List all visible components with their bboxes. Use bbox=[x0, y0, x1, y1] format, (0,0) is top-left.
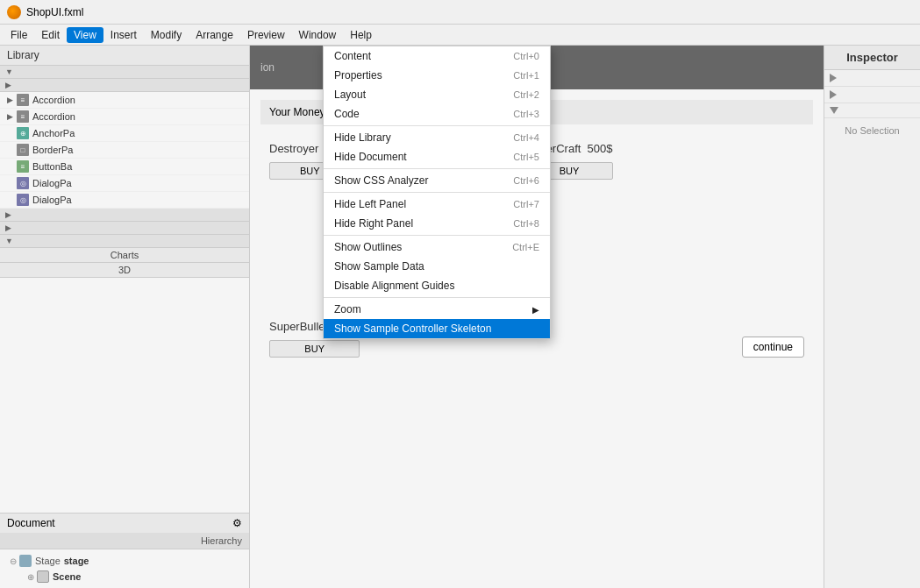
lib-item-0[interactable]: ▶ ≡ Accordion bbox=[0, 92, 249, 109]
lib-item-5[interactable]: ◎ DialogPa bbox=[0, 175, 249, 192]
lib-item-2[interactable]: ⊕ AnchorPa bbox=[0, 125, 249, 142]
lib-expand-right-icon: ▶ bbox=[5, 81, 14, 89]
tree-stage-label: Stage bbox=[35, 556, 61, 566]
dropdown-layout[interactable]: Layout Ctrl+2 bbox=[324, 85, 550, 104]
inspector-tri-down-1 bbox=[830, 107, 838, 114]
dropdown-hide-right[interactable]: Hide Right Panel Ctrl+8 bbox=[324, 214, 550, 233]
inspector-row-1[interactable] bbox=[824, 70, 920, 87]
dropdown-disable-alignment[interactable]: Disable Alignment Guides bbox=[324, 276, 550, 295]
inspector-row-2[interactable] bbox=[824, 87, 920, 103]
inspector-row-3[interactable] bbox=[824, 103, 920, 118]
lib-section-2[interactable]: ▶ bbox=[0, 79, 249, 92]
menu-file[interactable]: File bbox=[4, 27, 34, 43]
titlebar: ShopUI.fxml bbox=[0, 0, 920, 25]
lib-item-label-2: AnchorPa bbox=[32, 128, 75, 138]
lib-section-mid3[interactable]: ▼ bbox=[0, 235, 249, 248]
lib-expand-mid3-icon: ▼ bbox=[5, 237, 14, 245]
dropdown-code[interactable]: Code Ctrl+3 bbox=[324, 104, 550, 124]
dark-bar-text: ion bbox=[260, 61, 275, 74]
lib-expand-down-icon: ▼ bbox=[5, 67, 14, 76]
dropdown-show-sample-data[interactable]: Show Sample Data bbox=[324, 257, 550, 276]
lib-item-6[interactable]: ◎ DialogPa bbox=[0, 192, 249, 209]
threed-banner: 3D bbox=[0, 263, 249, 278]
tree-scene-icon bbox=[37, 570, 49, 583]
library-header: Library bbox=[0, 46, 249, 66]
menu-arrange[interactable]: Arrange bbox=[189, 27, 240, 43]
tree-stage-icon bbox=[19, 555, 32, 567]
lib-item-expand-2 bbox=[5, 129, 14, 138]
dropdown-show-outlines[interactable]: Show Outlines Ctrl+E bbox=[324, 237, 550, 257]
menu-help[interactable]: Help bbox=[343, 27, 379, 43]
menu-view[interactable]: View bbox=[67, 27, 103, 43]
sep-5 bbox=[324, 297, 550, 298]
hierarchy-header: Hierarchy bbox=[0, 533, 249, 549]
lib-expand-mid2-icon: ▶ bbox=[5, 223, 14, 232]
lib-item-icon-3: □ bbox=[17, 144, 29, 156]
lib-item-label-1: Accordion bbox=[32, 111, 75, 122]
tree-sub: ⊕ Scene bbox=[25, 569, 242, 584]
lib-section-mid2[interactable]: ▶ bbox=[0, 222, 249, 235]
sep-1 bbox=[324, 125, 550, 126]
hierarchy-tree: ⊖ Stage stage ⊕ Scene bbox=[0, 549, 249, 588]
view-dropdown-menu[interactable]: Content Ctrl+0 Properties Ctrl+1 Layout … bbox=[323, 46, 551, 339]
inspector-tri-right-1 bbox=[830, 74, 837, 82]
library-list: ▶ ≡ Accordion ▶ ≡ Accordion ⊕ AnchorPa □… bbox=[0, 92, 249, 513]
dropdown-show-skeleton[interactable]: Show Sample Controller Skeleton bbox=[324, 319, 550, 338]
lib-item-expand-4 bbox=[5, 162, 14, 171]
lib-item-4[interactable]: ≡ ButtonBa bbox=[0, 159, 249, 175]
lib-item-icon-1: ≡ bbox=[17, 110, 29, 123]
sep-4 bbox=[324, 235, 550, 236]
lib-section-1[interactable]: ▼ bbox=[0, 66, 249, 79]
lib-expand-mid-icon: ▶ bbox=[5, 210, 14, 219]
hierarchy-label: Hierarchy bbox=[201, 535, 242, 546]
lib-item-label-0: Accordion bbox=[32, 95, 75, 105]
lib-item-label-5: DialogPa bbox=[32, 178, 72, 188]
lib-item-expand-0: ▶ bbox=[5, 96, 14, 104]
lib-item-label-6: DialogPa bbox=[32, 195, 72, 205]
inspector-header: Inspector bbox=[824, 46, 920, 70]
dropdown-hide-library[interactable]: Hide Library Ctrl+4 bbox=[324, 128, 550, 147]
dropdown-hide-document[interactable]: Hide Document Ctrl+5 bbox=[324, 147, 550, 166]
document-section: Document ⚙ Hierarchy ⊖ Stage stage ⊕ Sce bbox=[0, 513, 249, 588]
right-panel: Inspector No Selection bbox=[824, 46, 920, 588]
lib-item-icon-6: ◎ bbox=[17, 194, 29, 206]
sep-2 bbox=[324, 168, 550, 169]
menu-window[interactable]: Window bbox=[292, 27, 344, 43]
document-title: Document bbox=[7, 517, 55, 529]
gear-icon[interactable]: ⚙ bbox=[232, 517, 242, 529]
tree-toggle-scene: ⊕ bbox=[25, 570, 37, 583]
menu-insert[interactable]: Insert bbox=[103, 27, 144, 43]
menu-edit[interactable]: Edit bbox=[34, 27, 67, 43]
document-header: Document ⚙ bbox=[0, 514, 249, 533]
center-area: ion Your Money: Label Destroyer 200$ BUY… bbox=[250, 46, 824, 588]
lib-item-3[interactable]: □ BorderPa bbox=[0, 142, 249, 159]
lib-item-icon-5: ◎ bbox=[17, 177, 29, 189]
inspector-tri-right-2 bbox=[830, 90, 837, 99]
dropdown-content[interactable]: Content Ctrl+0 bbox=[324, 46, 550, 66]
lib-section-mid1[interactable]: ▶ bbox=[0, 209, 249, 222]
menubar: File Edit View Insert Modify Arrange Pre… bbox=[0, 25, 920, 46]
title-text: ShopUI.fxml bbox=[26, 6, 83, 18]
continue-button[interactable]: continue bbox=[742, 337, 804, 358]
tree-scene[interactable]: ⊕ Scene bbox=[25, 569, 242, 584]
left-panel: Library ▼ ▶ ▶ ≡ Accordion ▶ ≡ Accordion … bbox=[0, 46, 250, 588]
buy-superbullet-button[interactable]: BUY bbox=[269, 340, 360, 358]
tree-toggle-stage: ⊖ bbox=[7, 555, 19, 567]
tree-scene-value: Scene bbox=[53, 571, 81, 582]
lib-item-icon-0: ≡ bbox=[17, 94, 29, 106]
no-selection: No Selection bbox=[824, 118, 920, 143]
dropdown-css-analyzer[interactable]: Show CSS Analyzer Ctrl+6 bbox=[324, 171, 550, 190]
lib-item-expand-5 bbox=[5, 179, 14, 188]
dropdown-zoom[interactable]: Zoom ▶ bbox=[324, 300, 550, 319]
continue-btn-wrapper: continue bbox=[742, 337, 804, 358]
menu-preview[interactable]: Preview bbox=[240, 27, 292, 43]
menu-modify[interactable]: Modify bbox=[144, 27, 189, 43]
lib-item-1[interactable]: ▶ ≡ Accordion bbox=[0, 109, 249, 125]
dropdown-hide-left[interactable]: Hide Left Panel Ctrl+7 bbox=[324, 195, 550, 214]
dropdown-properties[interactable]: Properties Ctrl+1 bbox=[324, 66, 550, 85]
lib-item-expand-1: ▶ bbox=[5, 112, 14, 121]
tree-stage[interactable]: ⊖ Stage stage bbox=[7, 553, 242, 569]
app-icon bbox=[7, 5, 21, 19]
lib-item-expand-3 bbox=[5, 145, 14, 154]
lib-item-expand-6 bbox=[5, 195, 14, 204]
